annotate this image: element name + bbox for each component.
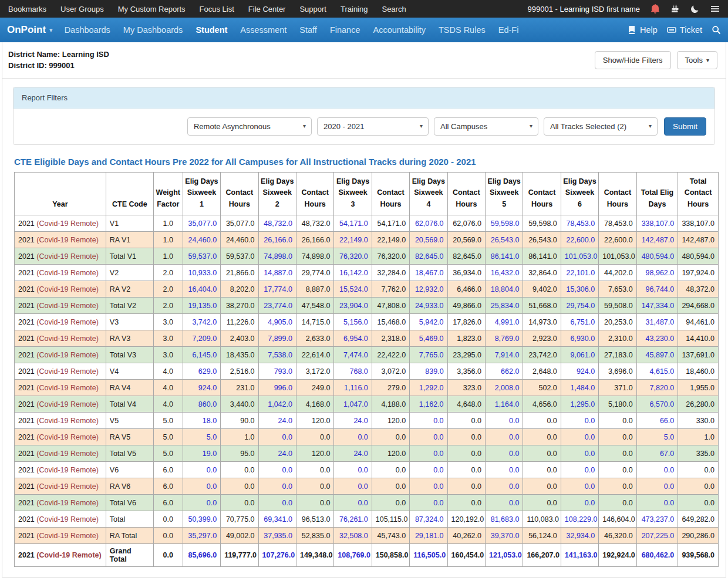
cell-elig-days-link[interactable]: 76,320.0 [334,248,372,265]
cell-elig-days-link[interactable]: 26,166.0 [258,232,296,248]
cell-elig-days-link[interactable]: 860.0 [183,396,220,413]
cell-elig-days-link[interactable]: 0.0 [258,429,296,445]
cell-total-elig-days-link[interactable]: 142,487.0 [636,232,678,248]
cell-elig-days-link[interactable]: 1,116.0 [334,380,372,396]
cell-total-elig-days-link[interactable]: 207,225.0 [636,528,678,544]
cell-elig-days-link[interactable]: 0.0 [258,478,296,495]
cell-total-elig-days-link[interactable]: 66.0 [636,413,678,429]
cell-elig-days-link[interactable]: 0.0 [485,413,523,429]
cell-elig-days-link[interactable]: 19,135.0 [183,298,220,314]
nav-ed-fi[interactable]: Ed-Fi [498,25,519,35]
nav-staff[interactable]: Staff [299,25,317,35]
cell-elig-days-link[interactable]: 0.0 [334,495,372,511]
cell-total-elig-days-link[interactable]: 31,487.0 [636,314,678,330]
cell-elig-days-link[interactable]: 24,460.0 [183,232,220,248]
cell-elig-days-link[interactable]: 20,569.0 [410,232,447,248]
cell-elig-days-link[interactable]: 116,505.0 [410,544,447,567]
cell-elig-days-link[interactable]: 1,042.0 [258,396,296,413]
cell-elig-days-link[interactable]: 4,991.0 [485,314,523,330]
cell-elig-days-link[interactable]: 0.0 [183,478,220,495]
cell-elig-days-link[interactable]: 16,142.0 [334,265,372,281]
cell-elig-days-link[interactable]: 7,914.0 [485,347,523,363]
cell-elig-days-link[interactable]: 0.0 [334,462,372,478]
menu-icon[interactable] [710,4,720,13]
cell-elig-days-link[interactable]: 0.0 [334,429,372,445]
cell-elig-days-link[interactable]: 7,538.0 [258,347,296,363]
cell-elig-days-link[interactable]: 0.0 [334,478,372,495]
cell-elig-days-link[interactable]: 59,537.0 [183,248,220,265]
cell-elig-days-link[interactable]: 0.0 [561,445,598,462]
cell-elig-days-link[interactable]: 32,934.0 [561,528,598,544]
cell-elig-days-link[interactable]: 26,543.0 [485,232,523,248]
submit-button[interactable]: Submit [664,117,706,136]
cell-elig-days-link[interactable]: 0.0 [485,429,523,445]
cell-elig-days-link[interactable]: 15,524.0 [334,281,372,298]
cell-elig-days-link[interactable]: 5,469.0 [410,330,447,347]
cell-elig-days-link[interactable]: 35,077.0 [183,215,220,232]
cell-total-elig-days-link[interactable]: 4,615.0 [636,363,678,380]
cell-elig-days-link[interactable]: 24.0 [334,413,372,429]
nav-finance[interactable]: Finance [330,25,360,35]
cell-elig-days-link[interactable]: 5,156.0 [334,314,372,330]
cell-elig-days-link[interactable]: 0.0 [183,495,220,511]
top-menu-search[interactable]: Search [382,5,406,13]
nav-student[interactable]: Student [196,25,227,35]
tracks-select[interactable]: All Tracks Selected (2)▾ [544,117,658,136]
cell-elig-days-link[interactable]: 629.0 [183,363,220,380]
cell-elig-days-link[interactable]: 0.0 [485,495,523,511]
cell-elig-days-link[interactable]: 0.0 [485,445,523,462]
cell-elig-days-link[interactable]: 0.0 [561,429,598,445]
top-menu-training[interactable]: Training [341,5,368,13]
cell-elig-days-link[interactable]: 4,905.0 [258,314,296,330]
cell-elig-days-link[interactable]: 22,600.0 [561,232,598,248]
nav-tsds-rules[interactable]: TSDS Rules [439,25,486,35]
cell-elig-days-link[interactable]: 59,598.0 [485,215,523,232]
cell-total-elig-days-link[interactable]: 0.0 [636,495,678,511]
cell-total-elig-days-link[interactable]: 98,962.0 [636,265,678,281]
cell-elig-days-link[interactable]: 2,008.0 [485,380,523,396]
top-menu-file-center[interactable]: File Center [248,5,286,13]
cell-total-elig-days-link[interactable]: 67.0 [636,445,678,462]
help-link[interactable]: Help [627,25,658,35]
nav-my-dashboards[interactable]: My Dashboards [123,25,183,35]
cell-elig-days-link[interactable]: 0.0 [410,495,447,511]
cell-elig-days-link[interactable]: 69,341.0 [258,511,296,528]
cell-elig-days-link[interactable]: 7,474.0 [334,347,372,363]
cell-elig-days-link[interactable]: 3,742.0 [183,314,220,330]
cell-total-elig-days-link[interactable]: 43,230.0 [636,330,678,347]
top-menu-support[interactable]: Support [299,5,326,13]
cell-elig-days-link[interactable]: 1,484.0 [561,380,598,396]
cell-elig-days-link[interactable]: 18,467.0 [410,265,447,281]
cell-elig-days-link[interactable]: 108,769.0 [334,544,372,567]
cell-elig-days-link[interactable]: 5.0 [183,429,220,445]
cell-elig-days-link[interactable]: 107,276.0 [258,544,296,567]
cell-elig-days-link[interactable]: 924.0 [561,363,598,380]
cell-elig-days-link[interactable]: 0.0 [485,478,523,495]
cell-elig-days-link[interactable]: 1,162.0 [410,396,447,413]
cell-elig-days-link[interactable]: 24.0 [258,445,296,462]
cell-elig-days-link[interactable]: 0.0 [410,429,447,445]
cell-total-elig-days-link[interactable]: 6,570.0 [636,396,678,413]
cell-elig-days-link[interactable]: 0.0 [561,462,598,478]
cell-elig-days-link[interactable]: 108,229.0 [561,511,598,528]
cell-elig-days-link[interactable]: 0.0 [183,462,220,478]
cell-total-elig-days-link[interactable]: 473,237.0 [636,511,678,528]
top-menu-user-groups[interactable]: User Groups [60,5,104,13]
cell-elig-days-link[interactable]: 6,751.0 [561,314,598,330]
cell-elig-days-link[interactable]: 662.0 [485,363,523,380]
cell-total-elig-days-link[interactable]: 338,107.0 [636,215,678,232]
cell-elig-days-link[interactable]: 39,370.0 [485,528,523,544]
cell-elig-days-link[interactable]: 7,765.0 [410,347,447,363]
cell-elig-days-link[interactable]: 22,149.0 [334,232,372,248]
cell-elig-days-link[interactable]: 81,683.0 [485,511,523,528]
cell-elig-days-link[interactable]: 82,645.0 [410,248,447,265]
cell-elig-days-link[interactable]: 6,954.0 [334,330,372,347]
cell-elig-days-link[interactable]: 24.0 [334,445,372,462]
tools-button[interactable]: Tools ▾ [677,51,717,69]
cell-elig-days-link[interactable]: 12,932.0 [410,281,447,298]
cell-elig-days-link[interactable]: 101,053.0 [561,248,598,265]
cell-elig-days-link[interactable]: 0.0 [410,478,447,495]
school-year-select[interactable]: 2020 - 2021▾ [317,117,429,136]
cell-elig-days-link[interactable]: 16,432.0 [485,265,523,281]
cell-elig-days-link[interactable]: 0.0 [258,495,296,511]
